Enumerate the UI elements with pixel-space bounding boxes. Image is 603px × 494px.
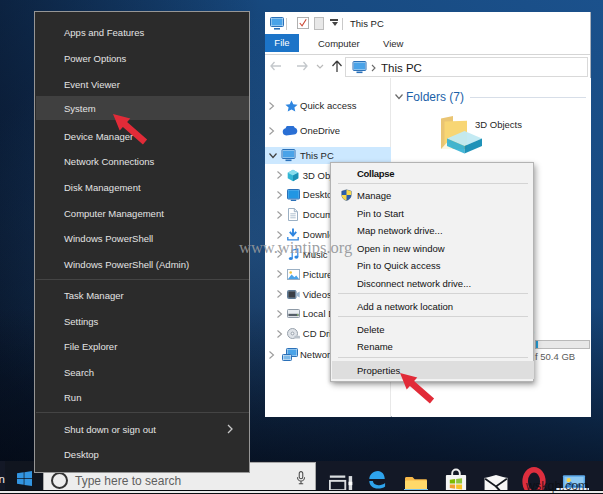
svg-text:n: n <box>0 474 5 485</box>
